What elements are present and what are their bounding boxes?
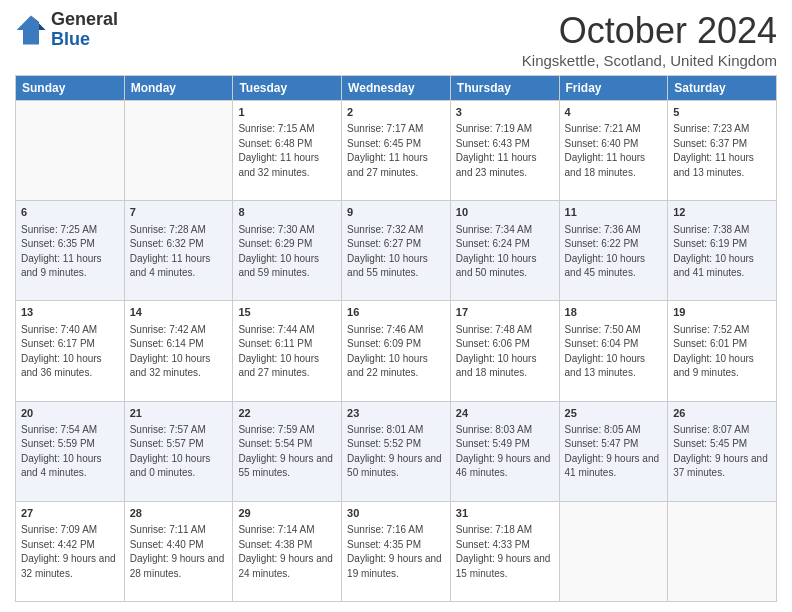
- day-info: Sunrise: 8:05 AMSunset: 5:47 PMDaylight:…: [565, 423, 663, 481]
- day-number: 6: [21, 205, 119, 220]
- col-wednesday: Wednesday: [342, 76, 451, 101]
- day-number: 13: [21, 305, 119, 320]
- calendar-day-cell: 11Sunrise: 7:36 AMSunset: 6:22 PMDayligh…: [559, 201, 668, 301]
- col-thursday: Thursday: [450, 76, 559, 101]
- day-number: 27: [21, 506, 119, 521]
- day-info: Sunrise: 7:44 AMSunset: 6:11 PMDaylight:…: [238, 323, 336, 381]
- day-info: Sunrise: 7:14 AMSunset: 4:38 PMDaylight:…: [238, 523, 336, 581]
- day-number: 2: [347, 105, 445, 120]
- day-info: Sunrise: 8:03 AMSunset: 5:49 PMDaylight:…: [456, 423, 554, 481]
- day-number: 10: [456, 205, 554, 220]
- calendar-day-cell: 4Sunrise: 7:21 AMSunset: 6:40 PMDaylight…: [559, 101, 668, 201]
- calendar-day-cell: 20Sunrise: 7:54 AMSunset: 5:59 PMDayligh…: [16, 401, 125, 501]
- header: General Blue October 2024 Kingskettle, S…: [15, 10, 777, 69]
- calendar-day-cell: 9Sunrise: 7:32 AMSunset: 6:27 PMDaylight…: [342, 201, 451, 301]
- day-info: Sunrise: 7:19 AMSunset: 6:43 PMDaylight:…: [456, 122, 554, 180]
- col-saturday: Saturday: [668, 76, 777, 101]
- calendar-week-row: 13Sunrise: 7:40 AMSunset: 6:17 PMDayligh…: [16, 301, 777, 401]
- day-number: 11: [565, 205, 663, 220]
- calendar-day-cell: 27Sunrise: 7:09 AMSunset: 4:42 PMDayligh…: [16, 501, 125, 601]
- day-info: Sunrise: 7:17 AMSunset: 6:45 PMDaylight:…: [347, 122, 445, 180]
- calendar-day-cell: [668, 501, 777, 601]
- day-info: Sunrise: 7:48 AMSunset: 6:06 PMDaylight:…: [456, 323, 554, 381]
- day-info: Sunrise: 7:40 AMSunset: 6:17 PMDaylight:…: [21, 323, 119, 381]
- day-info: Sunrise: 7:18 AMSunset: 4:33 PMDaylight:…: [456, 523, 554, 581]
- calendar-day-cell: 14Sunrise: 7:42 AMSunset: 6:14 PMDayligh…: [124, 301, 233, 401]
- calendar-day-cell: 17Sunrise: 7:48 AMSunset: 6:06 PMDayligh…: [450, 301, 559, 401]
- calendar-day-cell: 29Sunrise: 7:14 AMSunset: 4:38 PMDayligh…: [233, 501, 342, 601]
- day-number: 28: [130, 506, 228, 521]
- day-number: 5: [673, 105, 771, 120]
- day-number: 7: [130, 205, 228, 220]
- day-info: Sunrise: 7:54 AMSunset: 5:59 PMDaylight:…: [21, 423, 119, 481]
- day-info: Sunrise: 7:23 AMSunset: 6:37 PMDaylight:…: [673, 122, 771, 180]
- calendar-day-cell: 28Sunrise: 7:11 AMSunset: 4:40 PMDayligh…: [124, 501, 233, 601]
- logo-icon: [15, 14, 47, 46]
- day-number: 23: [347, 406, 445, 421]
- day-info: Sunrise: 7:15 AMSunset: 6:48 PMDaylight:…: [238, 122, 336, 180]
- col-sunday: Sunday: [16, 76, 125, 101]
- col-friday: Friday: [559, 76, 668, 101]
- calendar-day-cell: 7Sunrise: 7:28 AMSunset: 6:32 PMDaylight…: [124, 201, 233, 301]
- calendar-day-cell: 30Sunrise: 7:16 AMSunset: 4:35 PMDayligh…: [342, 501, 451, 601]
- calendar-day-cell: 12Sunrise: 7:38 AMSunset: 6:19 PMDayligh…: [668, 201, 777, 301]
- calendar-day-cell: 26Sunrise: 8:07 AMSunset: 5:45 PMDayligh…: [668, 401, 777, 501]
- day-number: 16: [347, 305, 445, 320]
- day-number: 3: [456, 105, 554, 120]
- day-number: 17: [456, 305, 554, 320]
- calendar-day-cell: 24Sunrise: 8:03 AMSunset: 5:49 PMDayligh…: [450, 401, 559, 501]
- day-info: Sunrise: 8:07 AMSunset: 5:45 PMDaylight:…: [673, 423, 771, 481]
- day-info: Sunrise: 7:25 AMSunset: 6:35 PMDaylight:…: [21, 223, 119, 281]
- day-info: Sunrise: 7:57 AMSunset: 5:57 PMDaylight:…: [130, 423, 228, 481]
- calendar-day-cell: [16, 101, 125, 201]
- calendar-week-row: 27Sunrise: 7:09 AMSunset: 4:42 PMDayligh…: [16, 501, 777, 601]
- calendar-day-cell: 19Sunrise: 7:52 AMSunset: 6:01 PMDayligh…: [668, 301, 777, 401]
- day-number: 19: [673, 305, 771, 320]
- day-info: Sunrise: 7:59 AMSunset: 5:54 PMDaylight:…: [238, 423, 336, 481]
- day-number: 29: [238, 506, 336, 521]
- calendar-day-cell: 3Sunrise: 7:19 AMSunset: 6:43 PMDaylight…: [450, 101, 559, 201]
- day-number: 1: [238, 105, 336, 120]
- day-info: Sunrise: 7:09 AMSunset: 4:42 PMDaylight:…: [21, 523, 119, 581]
- title-section: October 2024 Kingskettle, Scotland, Unit…: [522, 10, 777, 69]
- calendar-week-row: 1Sunrise: 7:15 AMSunset: 6:48 PMDaylight…: [16, 101, 777, 201]
- day-number: 25: [565, 406, 663, 421]
- day-number: 22: [238, 406, 336, 421]
- calendar-week-row: 20Sunrise: 7:54 AMSunset: 5:59 PMDayligh…: [16, 401, 777, 501]
- day-number: 18: [565, 305, 663, 320]
- calendar-day-cell: 15Sunrise: 7:44 AMSunset: 6:11 PMDayligh…: [233, 301, 342, 401]
- day-number: 24: [456, 406, 554, 421]
- calendar-day-cell: 16Sunrise: 7:46 AMSunset: 6:09 PMDayligh…: [342, 301, 451, 401]
- day-info: Sunrise: 7:50 AMSunset: 6:04 PMDaylight:…: [565, 323, 663, 381]
- location-subtitle: Kingskettle, Scotland, United Kingdom: [522, 52, 777, 69]
- calendar-day-cell: 2Sunrise: 7:17 AMSunset: 6:45 PMDaylight…: [342, 101, 451, 201]
- day-number: 14: [130, 305, 228, 320]
- day-number: 26: [673, 406, 771, 421]
- day-info: Sunrise: 7:16 AMSunset: 4:35 PMDaylight:…: [347, 523, 445, 581]
- day-number: 15: [238, 305, 336, 320]
- day-number: 31: [456, 506, 554, 521]
- day-info: Sunrise: 7:30 AMSunset: 6:29 PMDaylight:…: [238, 223, 336, 281]
- calendar-day-cell: 8Sunrise: 7:30 AMSunset: 6:29 PMDaylight…: [233, 201, 342, 301]
- day-number: 9: [347, 205, 445, 220]
- calendar-day-cell: [559, 501, 668, 601]
- calendar-day-cell: 18Sunrise: 7:50 AMSunset: 6:04 PMDayligh…: [559, 301, 668, 401]
- calendar-day-cell: 21Sunrise: 7:57 AMSunset: 5:57 PMDayligh…: [124, 401, 233, 501]
- calendar-day-cell: 31Sunrise: 7:18 AMSunset: 4:33 PMDayligh…: [450, 501, 559, 601]
- day-info: Sunrise: 7:38 AMSunset: 6:19 PMDaylight:…: [673, 223, 771, 281]
- day-info: Sunrise: 7:11 AMSunset: 4:40 PMDaylight:…: [130, 523, 228, 581]
- calendar-week-row: 6Sunrise: 7:25 AMSunset: 6:35 PMDaylight…: [16, 201, 777, 301]
- calendar-day-cell: [124, 101, 233, 201]
- calendar-header-row: Sunday Monday Tuesday Wednesday Thursday…: [16, 76, 777, 101]
- logo-text: General Blue: [51, 10, 118, 50]
- calendar-day-cell: 23Sunrise: 8:01 AMSunset: 5:52 PMDayligh…: [342, 401, 451, 501]
- day-number: 20: [21, 406, 119, 421]
- day-number: 12: [673, 205, 771, 220]
- page: General Blue October 2024 Kingskettle, S…: [0, 0, 792, 612]
- day-number: 8: [238, 205, 336, 220]
- calendar-day-cell: 25Sunrise: 8:05 AMSunset: 5:47 PMDayligh…: [559, 401, 668, 501]
- day-number: 4: [565, 105, 663, 120]
- day-info: Sunrise: 7:28 AMSunset: 6:32 PMDaylight:…: [130, 223, 228, 281]
- day-info: Sunrise: 7:21 AMSunset: 6:40 PMDaylight:…: [565, 122, 663, 180]
- day-info: Sunrise: 7:34 AMSunset: 6:24 PMDaylight:…: [456, 223, 554, 281]
